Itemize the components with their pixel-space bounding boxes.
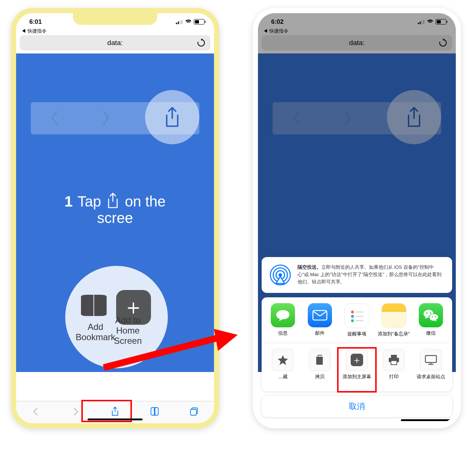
illustration [31,82,199,174]
svg-point-16 [351,315,354,318]
step-word: Tap [78,193,101,209]
home-indicator [88,419,143,420]
wifi-icon [185,19,192,24]
zoom-callout: Add Bookmark ＋ Add to Home Screen [33,276,197,338]
forward-button[interactable] [70,406,81,418]
status-time: 6:01 [29,18,42,26]
svg-rect-0 [176,23,177,24]
tabs-button[interactable] [189,406,199,418]
app-notes[interactable]: 添加到"备忘录" [378,303,410,337]
star-icon [272,349,294,371]
svg-point-22 [430,312,431,314]
action-label: 请求桌面站点 [417,374,445,386]
app-mail[interactable]: 邮件 [304,303,336,337]
back-button[interactable] [31,406,41,418]
action-label: 拷贝 [315,374,325,386]
phone-left: 6:01 ◀ 快捷指令 data: [11,8,219,428]
share-highlight [145,90,199,144]
chevron-right-icon [101,110,111,130]
svg-rect-1 [178,22,179,24]
svg-rect-30 [391,361,397,365]
app-label: 微信 [426,330,436,336]
desktop-icon [420,349,442,371]
app-wechat[interactable]: 微信 [415,303,447,337]
step-after: on the [125,193,166,209]
mail-icon [308,303,332,327]
svg-point-24 [435,316,436,317]
svg-rect-27 [316,357,323,365]
svg-rect-28 [391,355,397,358]
printer-icon [383,349,405,371]
action-favorite[interactable]: …藏 [267,349,299,386]
notes-icon [381,303,406,328]
chevron-left-icon [50,110,59,130]
app-label: 添加到"备忘录" [378,331,410,337]
bookmarks-button[interactable] [149,406,160,418]
signal-icon [176,20,183,24]
airdrop-text: 隔空投送。立即与附近的人共享。如果他们从 iOS 设备的"控制中心"或 Mac … [298,264,445,286]
phone-right: 6:02 ◀ 快捷指令 data: [253,8,461,428]
wechat-icon [419,303,443,327]
messages-icon [271,303,295,327]
action-copy[interactable]: 拷贝 [304,349,336,386]
red-highlight-addhome [337,347,377,393]
svg-point-15 [351,310,354,313]
cancel-button[interactable]: 取消 [262,396,452,417]
action-label: 打印 [389,374,399,386]
home-indicator [401,419,456,421]
svg-point-17 [351,319,354,322]
app-label: 提醒事项 [347,331,366,337]
add-home-label: Add to Home Screen [105,315,151,346]
copy-icon [309,349,331,371]
svg-rect-14 [313,310,327,320]
app-messages[interactable]: 信息 [267,303,299,337]
action-label: …藏 [278,374,288,386]
action-print[interactable]: 打印 [378,349,410,386]
reload-icon[interactable] [196,38,206,49]
action-desktop[interactable]: 请求桌面站点 [415,349,447,386]
app-label: 信息 [278,330,288,336]
svg-rect-3 [181,20,182,24]
battery-icon [194,19,204,25]
return-to-app[interactable]: ◀ 快捷指令 [21,28,47,34]
svg-point-21 [426,312,428,314]
share-sheet: 隔空投送。立即与附近的人共享。如果他们从 iOS 设备的"控制中心"或 Mac … [258,257,456,423]
reminders-icon [344,303,369,328]
page-content: 1 Tap on the scree Add Bookma [16,53,214,372]
url-text: data: [107,39,123,47]
airdrop-icon [269,264,292,286]
svg-rect-2 [180,21,181,24]
svg-rect-5 [191,409,196,415]
step-number: 1 [64,193,73,209]
step-line2: scree [97,210,133,226]
add-home-item[interactable]: ＋ Add to Home Screen [116,290,151,325]
url-bar[interactable]: data: [20,35,210,51]
svg-rect-31 [425,356,436,362]
app-reminders[interactable]: 提醒事项 [341,303,373,337]
app-label: 邮件 [315,330,325,336]
apps-row: 信息 邮件 提醒事项 [265,303,449,343]
status-bar: 6:01 [16,13,214,29]
svg-point-23 [432,316,433,317]
instruction-text: 1 Tap on the scree [26,192,204,226]
airdrop-card[interactable]: 隔空投送。立即与附近的人共享。如果他们从 iOS 设备的"控制中心"或 Mac … [262,257,452,293]
